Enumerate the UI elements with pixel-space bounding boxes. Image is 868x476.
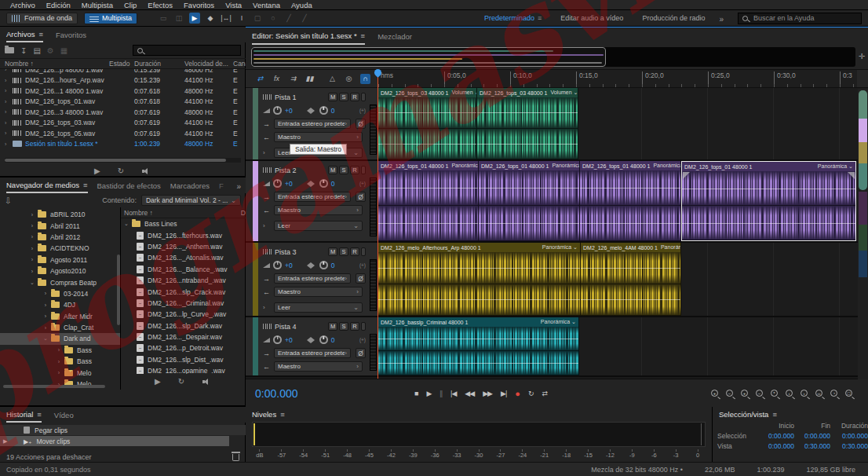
mixer-tab[interactable]: Mezclador (377, 27, 412, 45)
media-file-row[interactable]: DM2_126...slp_Dark.wav (121, 320, 246, 331)
skip-selection-button[interactable]: ⇄ (542, 390, 547, 397)
expand-chevron-icon[interactable]: › (40, 291, 51, 296)
pencil-tool[interactable]: ╱ (299, 13, 310, 24)
open-file-icon[interactable] (5, 47, 14, 53)
solo-button[interactable]: S (339, 322, 348, 331)
media-file-row[interactable]: ⌄ Bass Lines (121, 218, 246, 229)
files-search-input[interactable] (147, 46, 241, 55)
DM2_126_tops_05.wav[interactable]: › DM2_126_tops_05.wav 0:07.619 44100 Hz … (0, 128, 246, 139)
audio-clip[interactable]: DM2_126_melo_Afterhours_Arp 48000 1Panor… (378, 243, 581, 316)
clip-param-selector[interactable]: Panorámica ⌄ (542, 244, 578, 251)
tree-folder-row[interactable]: › After Midr (0, 311, 120, 322)
DM2_126...hours_Arp.wav[interactable]: › DM2_126...hours_Arp.wav 0:15.239 44100… (0, 75, 246, 86)
panel-overflow-icon[interactable] (236, 178, 241, 192)
editor-tab[interactable]: Editor: Sesión sin título 1.sesx * (252, 27, 365, 45)
DM2_126...1 48000 1.wav[interactable]: › DM2_126...1 48000 1.wav 0:07.618 48000… (0, 86, 246, 97)
expand-chevron-icon[interactable]: › (5, 78, 13, 83)
volume-knob[interactable] (273, 179, 282, 188)
content-dropdown[interactable]: Dark and Minimal Vol. 2 - ... (141, 195, 241, 206)
zoom-timed-button[interactable]: ◔ (830, 390, 837, 397)
timeline-ruler[interactable]: hms 0:05,00:10,00:15,00:20,00:25,00:30,0… (378, 70, 857, 87)
history-panel-tab[interactable]: Vídeo (54, 407, 74, 423)
workspace-editar-audio-a-video[interactable]: Editar audio a vídeo (560, 14, 623, 22)
stop-button[interactable]: ■ (414, 390, 418, 397)
menu-item[interactable]: Ayuda (286, 1, 318, 9)
media-import-icon[interactable]: ⇩ (5, 196, 11, 205)
audio-clip[interactable]: DM2_126_basslp_Criminal 48000 1Panorámic… (378, 317, 579, 375)
history-panel-tab[interactable]: Historial (6, 407, 42, 423)
expand-chevron-icon[interactable]: ⌄ (40, 335, 51, 342)
menu-item[interactable]: Efectos (142, 1, 178, 9)
tree-horizontal-scrollbar[interactable] (3, 385, 105, 388)
selection-view-tab[interactable]: Selección/vista (719, 407, 777, 421)
overview-zoom-thumb[interactable] (251, 47, 606, 67)
files-panel-tab[interactable]: Favoritos (56, 27, 86, 42)
view-start-value[interactable]: 0:00.000 (758, 442, 794, 450)
expand-chevron-icon[interactable]: › (53, 347, 64, 353)
zoom-to-selection-button[interactable]: ‹› (815, 390, 822, 397)
clip-param-selector[interactable]: Panorámica ⌄ (552, 163, 579, 169)
snap-icon[interactable]: ⇄ (255, 74, 265, 84)
help-search[interactable] (738, 13, 862, 24)
expand-chevron-icon[interactable]: › (53, 359, 64, 364)
input-monitor-button[interactable] (361, 166, 366, 174)
arm-record-button[interactable]: R (350, 322, 359, 331)
mute-button[interactable]: M (328, 166, 337, 174)
track-navigator-scrollbar[interactable] (858, 89, 868, 379)
mute-button[interactable]: M (328, 247, 337, 256)
tree-folder-row[interactable]: › Agosto 2011 (0, 254, 120, 265)
automation-chevron-icon[interactable]: › (263, 149, 271, 156)
pan-value[interactable]: 0 (331, 180, 335, 188)
tree-folder-row[interactable]: › Clap_Crat (0, 322, 120, 333)
preview-loop-button[interactable]: ↻ (118, 167, 124, 175)
fast-forward-button[interactable]: ▶▶ (483, 390, 492, 397)
panel-layout-icon[interactable]: ▭ (158, 13, 169, 24)
tree-folder-row[interactable]: › Melo (0, 367, 120, 378)
track-lane[interactable]: DM2_126_basslp_Criminal 48000 1Panorámic… (378, 317, 868, 375)
expand-chevron-icon[interactable]: › (27, 212, 38, 218)
pan-tool-icon[interactable] (857, 52, 866, 61)
clip-param-selector[interactable]: Panorámica ⌄ (541, 319, 576, 325)
DM2_126_tops_01.wav[interactable]: › DM2_126_tops_01.wav 0:07.618 44100 Hz … (0, 97, 246, 108)
menu-item[interactable]: Vista (220, 1, 247, 9)
routing-icon[interactable]: ⇉ (288, 74, 298, 84)
audio-clip[interactable]: DM2_126_tops_01 48000 1Panorámica ⌄ (479, 161, 580, 241)
track-header[interactable]: Pista 3 M S R +0 0 (+) (246, 243, 378, 316)
media-file-row[interactable]: DM2_126...fterhours.wav (121, 229, 246, 240)
track-input-selector[interactable]: Entrada estéreo predete› (274, 119, 351, 129)
pan-knob[interactable] (319, 106, 328, 115)
media-file-row[interactable]: DM2_126...p_Detroit.wav (121, 342, 246, 353)
track-output-selector[interactable]: Maestro› (274, 132, 363, 142)
import-file-icon[interactable]: ↧ (20, 46, 27, 55)
loop-playback-button[interactable]: ↻ (528, 390, 534, 397)
media-file-row[interactable]: DM2_126...lp_Curve_.wav (121, 309, 246, 320)
panel-menu-icon[interactable] (772, 410, 777, 419)
solo-button[interactable]: S (339, 247, 348, 256)
preview-loop-button[interactable]: ↻ (178, 378, 184, 386)
volume-knob[interactable] (273, 106, 282, 115)
tree-folder-row[interactable]: ⌄ Compras Beatp (0, 276, 120, 287)
zoom-reset-button[interactable]: * (771, 390, 778, 397)
media-file-row[interactable]: DM2_126...ntraband_.wav (121, 275, 246, 286)
expand-chevron-icon[interactable]: › (40, 325, 51, 331)
menu-item[interactable]: Favoritos (178, 1, 220, 9)
time-selection-tool[interactable]: |↔| (221, 13, 232, 24)
panel-menu-icon[interactable] (83, 181, 88, 189)
track-output-selector[interactable]: Maestro› (274, 361, 363, 372)
selection-start-value[interactable]: 0:00.000 (758, 432, 794, 440)
pause-button[interactable]: || (439, 390, 442, 397)
tree-folder-row[interactable]: › 03-2014 (0, 288, 120, 299)
track-name[interactable]: Pista 3 (275, 248, 325, 256)
zoom-in-amplitude-button[interactable]: + (741, 390, 748, 397)
menu-item[interactable]: Ventana (247, 1, 286, 9)
media-panel-tab[interactable]: Navegador de medios (6, 178, 88, 193)
waveform-view-button[interactable]: Forma de onda (6, 13, 78, 24)
overview-strip[interactable] (251, 47, 855, 67)
record-button[interactable]: ● (515, 389, 520, 398)
files-search[interactable] (133, 45, 241, 56)
phase-invert-button[interactable]: Ø (356, 119, 366, 129)
track-lane[interactable]: DM2_126_tops_03 48000 1Volumen ⌄DM2_126_… (378, 88, 868, 159)
tree-folder-row[interactable]: › Abril 2011 (0, 220, 120, 231)
slip-tool[interactable]: ╱ (283, 13, 294, 24)
track-header[interactable]: Pista 2 M S R +0 0 (+) (246, 161, 378, 241)
